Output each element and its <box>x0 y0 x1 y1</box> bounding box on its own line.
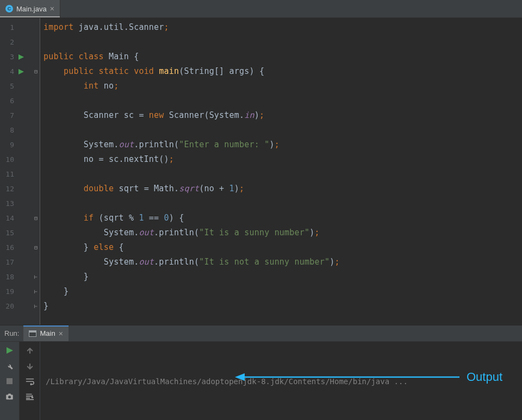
run-tab-main[interactable]: Main × <box>23 325 68 341</box>
run-label: Run: <box>0 325 23 341</box>
line-number: 16 <box>2 243 14 252</box>
gutter-row[interactable]: 11 <box>0 167 40 181</box>
gutter-row[interactable]: 16⊟ <box>0 240 40 255</box>
gutter-row[interactable]: 2 <box>0 35 40 49</box>
run-toolwindow-tabstrip: Run: Main × <box>0 325 522 341</box>
up-arrow-icon[interactable] <box>25 346 35 356</box>
gutter-row[interactable]: 17 <box>0 255 40 269</box>
gutter-row[interactable]: 19⊢ <box>0 284 40 299</box>
camera-icon[interactable] <box>5 392 14 400</box>
line-number: 2 <box>2 38 14 46</box>
code-line[interactable] <box>44 196 522 211</box>
code-line[interactable]: public class Main { <box>44 49 522 64</box>
console-prompt-line: Enter a number: <box>46 417 517 420</box>
line-number: 17 <box>2 258 14 266</box>
wrench-icon[interactable] <box>5 361 14 370</box>
line-number: 12 <box>2 185 14 193</box>
gutter-row[interactable]: 15 <box>0 225 40 240</box>
output-annotation: Output <box>234 370 502 384</box>
fold-icon[interactable]: ⊟ <box>34 245 38 250</box>
code-line[interactable]: if (sqrt % 1 == 0) { <box>44 211 522 225</box>
gutter-row[interactable]: 12 <box>0 181 40 196</box>
code-line[interactable]: double sqrt = Math.sqrt(no + 1); <box>44 181 522 196</box>
down-arrow-icon[interactable] <box>25 361 35 371</box>
code-line[interactable]: public static void main(String[] args) { <box>44 64 522 79</box>
gutter-row[interactable]: 4⊟ <box>0 64 40 79</box>
gutter-row[interactable]: 6 <box>0 93 40 108</box>
soft-wrap-icon[interactable] <box>25 377 35 386</box>
code-line[interactable]: } else { <box>44 240 522 255</box>
tab-filename: Main.java <box>16 5 47 13</box>
svg-marker-0 <box>18 54 24 60</box>
class-file-icon: C <box>5 5 13 12</box>
code-line[interactable] <box>44 167 522 181</box>
fold-icon[interactable]: ⊢ <box>34 303 38 309</box>
run-left-toolbar <box>0 342 20 420</box>
fold-icon[interactable]: ⊟ <box>34 215 38 221</box>
code-line[interactable]: } <box>44 284 522 299</box>
gutter-row[interactable]: 5 <box>0 79 40 93</box>
console-output[interactable]: /Library/Java/JavaVirtualMachines/adopto… <box>40 342 522 420</box>
svg-marker-2 <box>7 347 13 354</box>
run-mid-toolbar <box>20 342 40 420</box>
gutter-row[interactable]: 18⊢ <box>0 269 40 284</box>
code-line[interactable]: System.out.println("It is a sunny number… <box>44 225 522 240</box>
output-annotation-label: Output <box>467 370 502 384</box>
fold-icon[interactable]: ⊢ <box>34 274 38 280</box>
gutter-row[interactable]: 13 <box>0 196 40 211</box>
code-line[interactable] <box>44 93 522 108</box>
code-line[interactable]: System.out.println("It is not a sunny nu… <box>44 255 522 269</box>
close-icon[interactable]: × <box>50 4 54 13</box>
line-number: 9 <box>2 141 14 149</box>
line-number: 11 <box>2 170 14 178</box>
line-number: 3 <box>2 53 14 61</box>
gutter-row[interactable]: 7 <box>0 108 40 123</box>
gutter-row[interactable]: 8 <box>0 123 40 137</box>
code-line[interactable] <box>44 35 522 49</box>
tab-main-java[interactable]: C Main.java × <box>0 0 60 17</box>
code-line[interactable] <box>44 123 522 137</box>
code-line[interactable]: no = sc.nextInt(); <box>44 152 522 167</box>
close-icon[interactable]: × <box>59 329 63 338</box>
line-number: 5 <box>2 82 14 90</box>
rerun-button[interactable] <box>5 346 14 355</box>
gutter-row[interactable]: 9 <box>0 137 40 152</box>
svg-rect-3 <box>7 378 13 384</box>
line-number: 1 <box>2 23 14 32</box>
code-line[interactable]: } <box>44 299 522 314</box>
scroll-to-end-icon[interactable] <box>25 392 35 402</box>
run-gutter-icon[interactable] <box>18 54 26 60</box>
line-number: 4 <box>2 67 14 76</box>
editor-tabstrip: C Main.java × <box>0 0 522 18</box>
console-icon <box>29 330 36 337</box>
code-area[interactable]: import java.util.Scanner; public class M… <box>40 18 522 325</box>
run-gutter-icon[interactable] <box>18 69 26 74</box>
code-line[interactable]: } <box>44 269 522 284</box>
line-number: 7 <box>2 111 14 120</box>
code-line[interactable]: Scanner sc = new Scanner(System.in); <box>44 108 522 123</box>
fold-icon[interactable]: ⊢ <box>34 289 38 294</box>
line-number: 20 <box>2 302 14 310</box>
line-number: 19 <box>2 287 14 296</box>
gutter-row[interactable]: 14⊟ <box>0 211 40 225</box>
line-number: 13 <box>2 199 14 208</box>
svg-marker-5 <box>235 373 245 381</box>
line-number: 10 <box>2 155 14 164</box>
code-line[interactable]: System.out.println("Enter a number: "); <box>44 137 522 152</box>
stop-button[interactable] <box>5 377 14 385</box>
fold-icon[interactable]: ⊟ <box>34 68 38 74</box>
line-number: 14 <box>2 214 14 222</box>
run-tab-name: Main <box>40 329 55 337</box>
gutter-row[interactable]: 20⊢ <box>0 299 40 314</box>
svg-marker-1 <box>18 69 24 74</box>
gutter-row[interactable]: 10 <box>0 152 40 167</box>
code-line[interactable]: import java.util.Scanner; <box>44 20 522 35</box>
code-line[interactable]: int no; <box>44 79 522 93</box>
gutter-row[interactable]: 1 <box>0 20 40 35</box>
code-editor[interactable]: 1234⊟567891011121314⊟1516⊟1718⊢19⊢20⊢ im… <box>0 18 522 325</box>
line-number: 6 <box>2 97 14 105</box>
line-number: 8 <box>2 126 14 134</box>
editor-gutter: 1234⊟567891011121314⊟1516⊟1718⊢19⊢20⊢ <box>0 18 40 325</box>
gutter-row[interactable]: 3 <box>0 49 40 64</box>
line-number: 18 <box>2 273 14 281</box>
